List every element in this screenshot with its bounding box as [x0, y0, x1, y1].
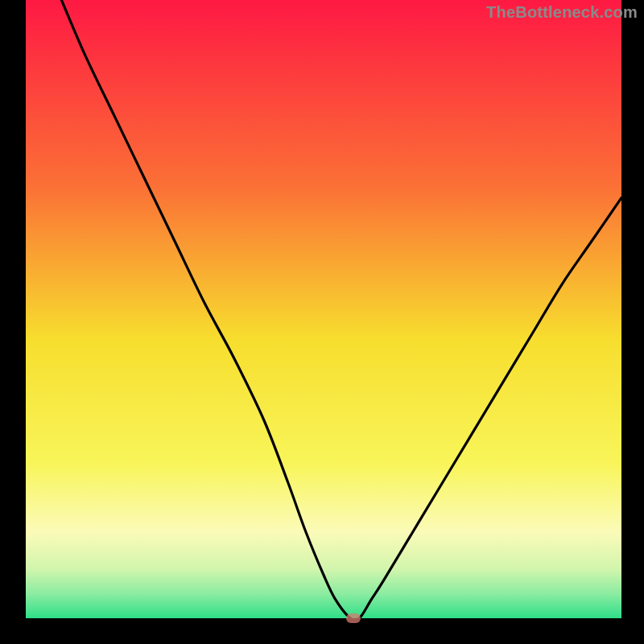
optimal-marker: [346, 613, 361, 623]
chart-frame: TheBottleneck.com: [0, 0, 644, 644]
bottleneck-curve: [26, 0, 621, 618]
watermark: TheBottleneck.com: [486, 3, 638, 22]
plot-area: [26, 0, 621, 618]
